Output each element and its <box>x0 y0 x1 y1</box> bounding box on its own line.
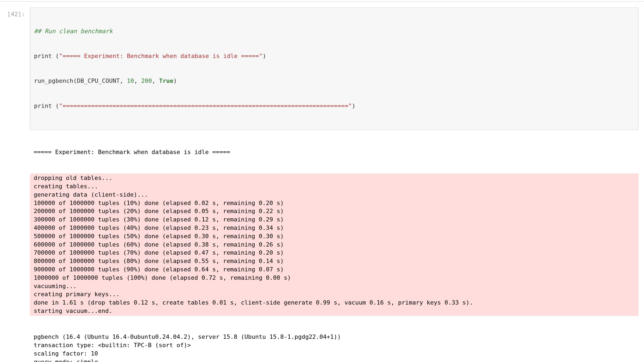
output-stdout: pgbench (16.4 (Ubuntu 16.4-0ubuntu0.24.0… <box>30 332 639 362</box>
code-run-name: run_pgbench <box>34 77 73 84</box>
code-run-close: ) <box>173 77 177 84</box>
code-arg2: 10 <box>127 77 134 84</box>
page-top-divider <box>0 0 644 2</box>
output-header: ===== Experiment: Benchmark when databas… <box>30 147 639 157</box>
code-run-open: ( <box>73 77 77 84</box>
code-print1-close: ) <box>263 53 266 59</box>
code-print2-close: ) <box>352 103 355 109</box>
code-arg1: DB_CPU_COUNT <box>77 77 120 84</box>
code-arg3: 200 <box>141 77 152 84</box>
input-prompt: [42]: <box>1 10 28 19</box>
code-print1-open: print ( <box>34 53 59 59</box>
code-comma3: , <box>152 77 159 84</box>
code-comma2: , <box>134 77 141 84</box>
code-comment: ## Run clean benchmark <box>34 28 112 35</box>
code-print2-open: print ( <box>34 103 59 109</box>
code-input-area[interactable]: ## Run clean benchmark print ("===== Exp… <box>30 8 639 130</box>
code-arg4: True <box>159 77 173 84</box>
code-print1-str: "===== Experiment: Benchmark when databa… <box>59 53 263 59</box>
code-comma1: , <box>120 77 127 84</box>
output-area: ===== Experiment: Benchmark when databas… <box>30 130 639 362</box>
code-cell: [42]: ## Run clean benchmark print ("===… <box>0 8 644 362</box>
code-print2-str: "=======================================… <box>59 103 352 109</box>
notebook-page: [42]: ## Run clean benchmark print ("===… <box>0 0 644 362</box>
output-stderr: dropping old tables... creating tables..… <box>30 173 639 316</box>
